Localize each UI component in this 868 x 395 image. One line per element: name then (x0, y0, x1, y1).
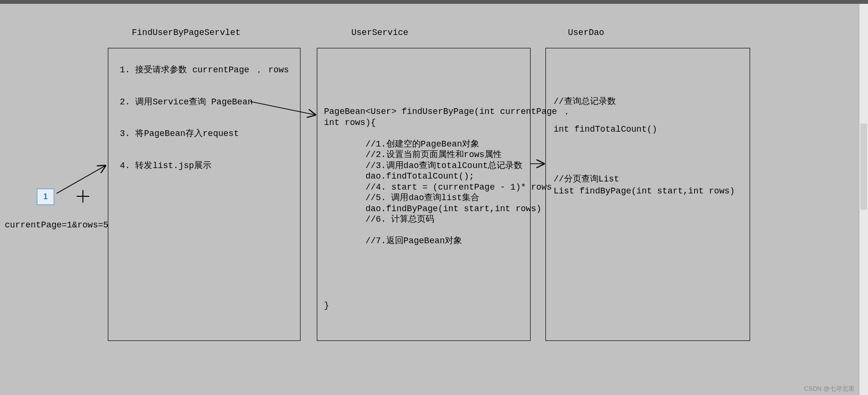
page-number-badge[interactable]: 1 (37, 189, 54, 205)
page-number-label: 1 (44, 192, 48, 201)
scrollbar-thumb[interactable] (860, 124, 867, 210)
dao-block2: //分页查询List List findByPage(int start,int… (554, 173, 735, 197)
watermark: CSDN @七寻北里 (804, 384, 855, 393)
arrow-params-to-servlet (57, 166, 105, 193)
dao-block1: //查询总记录数 int findTotalCount() (554, 95, 657, 136)
service-code: PageBean<User> findUserByPage(int curren… (324, 106, 571, 311)
servlet-steps: 1. 接受请求参数 currentPage ， rows 2. 调用Servic… (120, 62, 289, 174)
request-params-text: currentPage=1&rows=5 (5, 220, 108, 230)
service-title: UserService (351, 28, 408, 37)
servlet-title: FindUserByPageServlet (132, 28, 241, 37)
vertical-scrollbar[interactable] (859, 4, 868, 395)
dao-title: UserDao (568, 28, 604, 37)
window-top-bar (0, 0, 868, 4)
crosshair-icon (77, 190, 89, 203)
